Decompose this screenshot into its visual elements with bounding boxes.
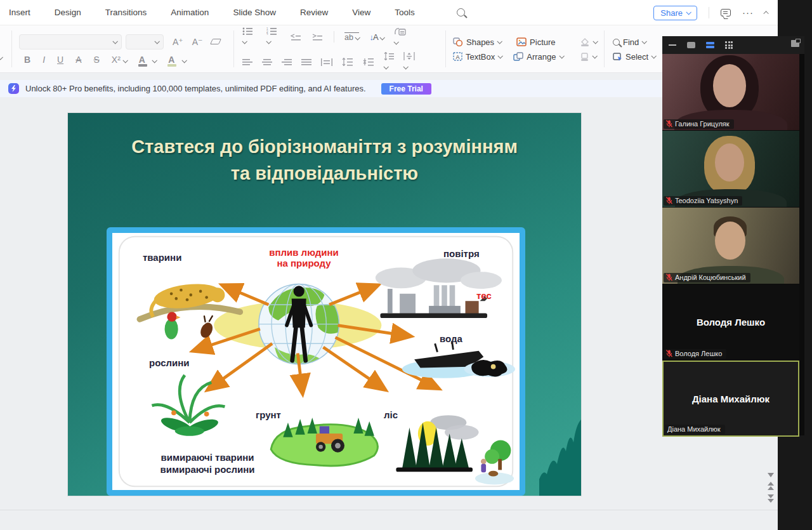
label-animals: тварини — [143, 252, 181, 263]
text-direction-button[interactable]: A — [369, 32, 384, 42]
video-face — [715, 143, 744, 182]
picture-icon — [516, 37, 527, 46]
find-label: Find — [623, 37, 639, 47]
line-spacing-button[interactable] — [384, 52, 394, 72]
chevron-down-icon — [592, 53, 597, 58]
slide-title[interactable]: Ставтеся до біорізноманіття з розумінням… — [68, 133, 581, 187]
select-label: Select — [625, 52, 648, 62]
shape-outline-icon — [580, 53, 589, 61]
slide-title-line1: Ставтеся до біорізноманіття з розумінням — [68, 133, 581, 160]
align-center-button[interactable] — [262, 58, 272, 66]
chevron-down-icon — [497, 39, 502, 44]
decrease-indent-button[interactable] — [291, 33, 302, 41]
italic-button[interactable]: I — [43, 55, 45, 65]
shape-outline-button[interactable] — [580, 53, 596, 61]
participant-tile-4[interactable]: Володя Лешко Володя Лешко — [662, 284, 799, 360]
superscript-label: X² — [112, 55, 121, 65]
previous-slide-button[interactable] — [768, 482, 774, 490]
superscript-button[interactable]: X² — [112, 55, 127, 65]
shape-fill-button[interactable] — [580, 38, 597, 46]
increase-indent-button[interactable] — [312, 33, 324, 41]
menu-transitions[interactable]: Transitions — [105, 8, 147, 17]
menu-review[interactable]: Review — [300, 8, 328, 17]
character-effect-button[interactable]: A — [75, 55, 81, 65]
menubar-right-controls: Share ··· — [653, 0, 769, 25]
gallery-view-icon[interactable] — [725, 41, 733, 49]
minimize-icon[interactable] — [669, 44, 676, 46]
chevron-down-icon — [112, 39, 117, 44]
menu-slide-show[interactable]: Slide Show — [233, 8, 276, 17]
speaker-view-icon[interactable] — [687, 42, 695, 48]
increase-line-spacing-button[interactable] — [342, 58, 353, 66]
mic-muted-icon — [666, 197, 672, 204]
decrease-line-spacing-button[interactable] — [363, 58, 374, 66]
bold-button[interactable]: B — [24, 55, 30, 65]
align-right-button[interactable] — [282, 58, 292, 66]
select-button[interactable]: Select — [613, 52, 655, 62]
menu-insert[interactable]: Insert — [9, 8, 30, 17]
next-slide-button[interactable] — [768, 494, 774, 503]
video-face — [715, 222, 745, 260]
participant-tile-1[interactable]: Галина Грицуляк — [662, 54, 799, 130]
font-color-button[interactable]: A — [139, 55, 156, 65]
participant-tile-3[interactable]: Андрій Коцюбинський — [662, 208, 799, 284]
comments-icon[interactable] — [721, 9, 731, 17]
left-edge-chevron-icon[interactable] — [0, 55, 3, 60]
justify-button[interactable] — [301, 58, 311, 66]
popout-window-icon[interactable] — [791, 40, 799, 47]
label-extinct-line1: вимираючі тварини — [138, 451, 277, 463]
vertical-align-button[interactable] — [403, 52, 415, 72]
pro-bolt-icon — [8, 83, 19, 94]
arrange-label: Arrange — [527, 52, 556, 62]
video-face — [713, 64, 746, 107]
distribute-text-button[interactable] — [321, 58, 332, 66]
menu-view[interactable]: View — [352, 8, 370, 17]
strikethrough-button[interactable]: S — [93, 55, 99, 65]
chevron-down-icon — [380, 35, 385, 40]
picture-button[interactable]: Picture — [516, 37, 555, 47]
chevron-down-icon — [652, 53, 657, 58]
free-trial-button[interactable]: Free Trial — [381, 83, 431, 95]
share-button[interactable]: Share — [653, 6, 697, 20]
textbox-button[interactable]: A TextBox — [453, 52, 502, 62]
menu-animation[interactable]: Animation — [171, 8, 209, 17]
editing-workspace[interactable]: Ставтеся до біорізноманіття з розумінням… — [0, 97, 778, 530]
numbering-button[interactable]: 123 — [266, 27, 280, 46]
label-soil: грунт — [256, 409, 281, 420]
underline-button[interactable]: U — [57, 55, 63, 65]
increase-font-size-button[interactable]: A⁺ — [173, 37, 183, 47]
align-left-button[interactable] — [242, 58, 252, 66]
highlight-color-button[interactable]: A — [168, 55, 185, 65]
scroll-down-icon[interactable] — [768, 473, 774, 477]
label-water: вода — [440, 333, 462, 344]
clear-formatting-icon[interactable] — [210, 39, 221, 44]
collapse-ribbon-icon[interactable] — [763, 11, 768, 16]
decrease-font-size-button[interactable]: A⁻ — [192, 37, 203, 47]
font-name-select[interactable] — [19, 34, 122, 50]
bullets-button[interactable] — [242, 27, 256, 46]
strip-view-icon[interactable] — [706, 42, 714, 48]
chevron-down-icon — [686, 10, 691, 15]
slide-navigation — [764, 473, 777, 503]
more-options-icon[interactable]: ··· — [742, 10, 754, 16]
paragraph-settings-button[interactable] — [394, 27, 407, 47]
shapes-button[interactable]: Shapes — [453, 37, 501, 47]
participant-tile-5-active-speaker[interactable]: Діана Михайлюк Діана Михайлюк — [662, 361, 799, 437]
character-spacing-button[interactable]: ab — [344, 32, 359, 42]
find-button[interactable]: Find — [613, 37, 646, 47]
slide-picture-human-impact-diagram[interactable]: тварини вплив людини на природу повітря … — [107, 227, 525, 496]
participant-name: Андрій Коцюбинський — [675, 274, 746, 281]
menu-tools[interactable]: Tools — [395, 8, 415, 17]
slide-canvas[interactable]: Ставтеся до біорізноманіття з розумінням… — [68, 113, 581, 496]
chevron-down-icon — [642, 39, 647, 44]
ribbon-toolbar: A⁺ A⁻ B I U A S X² A A — [0, 25, 778, 73]
mic-muted-icon — [666, 120, 672, 128]
slide-corner-decoration — [539, 401, 581, 496]
chevron-down-icon — [266, 39, 271, 44]
participant-tile-2[interactable]: Teodoziia Yatsyshyn — [662, 131, 799, 207]
menu-design[interactable]: Design — [55, 8, 81, 17]
search-icon[interactable] — [457, 8, 465, 17]
arrange-button[interactable]: Arrange — [513, 52, 563, 62]
font-size-select[interactable] — [126, 34, 164, 50]
label-plants: рослини — [149, 357, 190, 368]
